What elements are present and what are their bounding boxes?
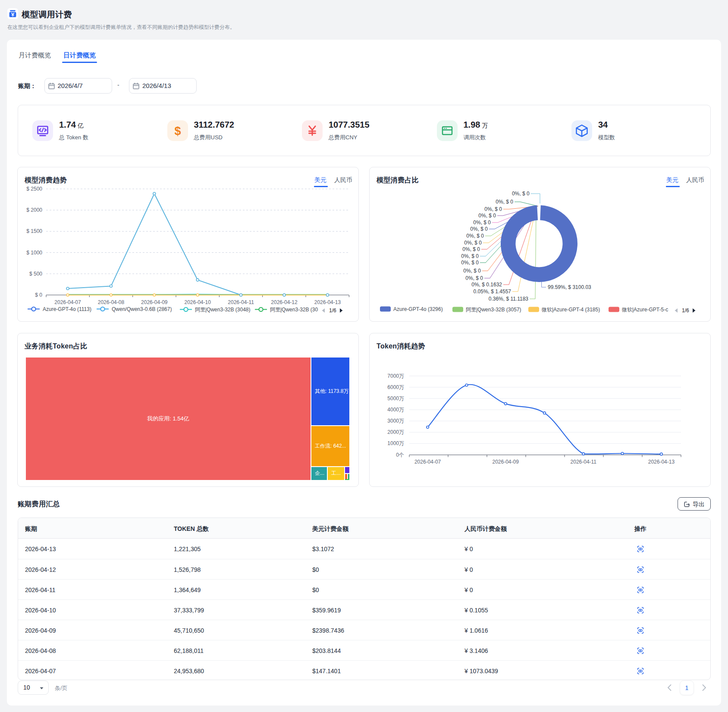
- svg-text:2026-04-07: 2026-04-07: [414, 459, 441, 465]
- svg-text:0%, $ 0.1632: 0%, $ 0.1632: [471, 282, 502, 288]
- svg-text:0%, $ 0: 0%, $ 0: [465, 275, 483, 281]
- svg-text:0.36%, $ 11.1183: 0.36%, $ 11.1183: [489, 296, 529, 302]
- svg-text:99.59%, $ 3100.03: 99.59%, $ 3100.03: [548, 284, 591, 290]
- svg-text:4000万: 4000万: [387, 407, 404, 413]
- svg-text:0.05%, $ 1.4557: 0.05%, $ 1.4557: [474, 289, 511, 295]
- svg-text:2026-04-12: 2026-04-12: [271, 299, 298, 305]
- svg-text:$: $: [174, 125, 181, 138]
- svg-text:$ 0: $ 0: [35, 292, 42, 298]
- svg-text:0%, $ 0: 0%, $ 0: [464, 240, 482, 246]
- svg-text:5000万: 5000万: [387, 395, 404, 401]
- svg-text:2026-04-09: 2026-04-09: [141, 299, 168, 305]
- svg-text:0%, $ 0: 0%, $ 0: [462, 246, 480, 252]
- svg-text:0%, $ 0: 0%, $ 0: [512, 191, 530, 197]
- svg-text:6000万: 6000万: [387, 384, 404, 390]
- svg-text:2026-04-13: 2026-04-13: [314, 299, 341, 305]
- svg-text:0%, $ 0: 0%, $ 0: [473, 220, 491, 226]
- svg-text:2026-04-07: 2026-04-07: [54, 299, 81, 305]
- svg-text:2026-04-11: 2026-04-11: [228, 299, 254, 305]
- svg-text:2000万: 2000万: [387, 429, 404, 435]
- svg-text:0%, $ 0: 0%, $ 0: [461, 253, 479, 259]
- svg-text:2026-04-10: 2026-04-10: [185, 299, 211, 305]
- svg-text:7000万: 7000万: [387, 373, 404, 379]
- svg-text:$ 500: $ 500: [29, 271, 42, 277]
- svg-text:$ 1500: $ 1500: [26, 228, 42, 234]
- svg-text:0%, $ 0: 0%, $ 0: [463, 268, 481, 274]
- svg-text:2026-04-13: 2026-04-13: [648, 459, 675, 465]
- svg-text:0%, $ 0: 0%, $ 0: [466, 233, 484, 239]
- svg-text:0%, $ 0: 0%, $ 0: [484, 206, 502, 212]
- svg-text:0%, $ 0: 0%, $ 0: [461, 260, 479, 266]
- svg-text:2026-04-08: 2026-04-08: [98, 299, 125, 305]
- svg-text:$ 2500: $ 2500: [26, 186, 42, 192]
- svg-text:$ 1000: $ 1000: [26, 250, 42, 256]
- svg-text:3000万: 3000万: [387, 418, 404, 424]
- svg-text:0%, $ 0: 0%, $ 0: [496, 199, 513, 205]
- svg-text:0%, $ 0: 0%, $ 0: [478, 213, 496, 219]
- svg-text:0%, $ 0: 0%, $ 0: [470, 226, 488, 232]
- svg-text:0个: 0个: [396, 452, 404, 458]
- svg-text:2026-04-09: 2026-04-09: [493, 459, 519, 465]
- svg-text:2026-04-11: 2026-04-11: [571, 459, 597, 465]
- svg-text:$ 2000: $ 2000: [26, 207, 42, 213]
- svg-text:1000万: 1000万: [387, 440, 404, 446]
